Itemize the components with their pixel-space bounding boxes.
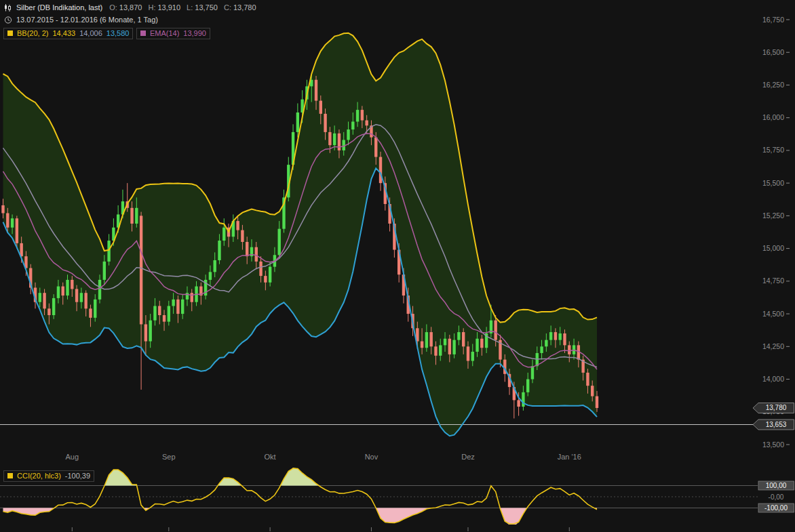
close-label: C: [224, 3, 231, 12]
chart-legend: Silber (DB Indikation, last) O:13,870 H:… [3, 2, 256, 41]
price-axis: 16,75016,50016,25016,00015,75015,50015,2… [762, 16, 790, 449]
cci-value: -100,39 [65, 472, 90, 480]
chart-window: 16,75016,50016,25016,00015,75015,50015,2… [0, 0, 795, 532]
svg-text:15,500: 15,500 [762, 179, 784, 187]
svg-text:100,00: 100,00 [766, 482, 787, 489]
svg-text:Okt: Okt [265, 453, 276, 461]
high-value: 13,910 [157, 3, 180, 12]
candlestick-icon [3, 3, 12, 12]
open-value: 13,870 [119, 3, 142, 12]
bb-upper-value: 14,433 [52, 29, 75, 37]
bb-name: BB(20, 2) [17, 29, 48, 37]
svg-text:16,250: 16,250 [762, 81, 784, 89]
svg-text:14,000: 14,000 [762, 375, 784, 383]
svg-text:-0,00: -0,00 [769, 493, 784, 501]
open-label: O: [109, 3, 117, 12]
bb-legend[interactable]: BB(20, 2) 14,433 14,006 13,580 [3, 28, 133, 39]
instrument-row: Silber (DB Indikation, last) O:13,870 H:… [3, 2, 256, 13]
low-value: 13,750 [195, 3, 218, 12]
svg-text:13,500: 13,500 [762, 441, 784, 449]
svg-text:13,653: 13,653 [766, 421, 787, 428]
svg-text:16,750: 16,750 [762, 16, 784, 24]
svg-text:16,000: 16,000 [762, 113, 784, 121]
bb-lower-value: 13,580 [106, 29, 130, 37]
instrument-title: Silber (DB Indikation, last) [16, 3, 102, 12]
cci-color-chip [7, 473, 13, 478]
ema-color-chip [140, 30, 146, 36]
ohlc-values: O:13,870 H:13,910 L:13,750 C:13,780 [109, 3, 256, 12]
svg-text:15,000: 15,000 [762, 244, 784, 252]
bb-middle-value: 14,006 [79, 29, 102, 37]
svg-text:15,750: 15,750 [762, 146, 784, 154]
svg-text:13,780: 13,780 [766, 404, 787, 411]
svg-text:Aug: Aug [66, 453, 79, 461]
svg-text:Jan '16: Jan '16 [558, 453, 581, 461]
price-marker-boxes: 13,78013,653 [753, 403, 794, 430]
date-range-row: 13.07.2015 - 12.01.2016 (6 Monate, 1 Tag… [3, 14, 256, 25]
high-label: H: [148, 3, 155, 12]
svg-text:15,250: 15,250 [762, 211, 784, 220]
svg-text:Dez: Dez [461, 453, 475, 461]
close-value: 13,780 [233, 3, 256, 12]
svg-text:Sep: Sep [162, 453, 176, 461]
bb-color-chip [7, 30, 13, 36]
price-chart-canvas[interactable]: 16,75016,50016,25016,00015,75015,50015,2… [0, 0, 795, 532]
ema-legend[interactable]: EMA(14) 13,990 [136, 28, 210, 39]
cci-panel: 100,00-0,00-100,00 [0, 468, 794, 527]
svg-text:14,750: 14,750 [762, 277, 784, 285]
svg-text:16,500: 16,500 [762, 48, 784, 56]
clock-icon [3, 16, 12, 24]
cci-name: CCI(20, hlc3) [17, 472, 61, 480]
svg-text:14,250: 14,250 [762, 342, 784, 350]
date-range-text: 13.07.2015 - 12.01.2016 (6 Monate, 1 Tag… [16, 16, 158, 24]
ema-value: 13,990 [183, 29, 206, 37]
low-label: L: [187, 3, 193, 12]
cci-legend-row[interactable]: CCI(20, hlc3) -100,39 [3, 470, 94, 482]
svg-text:-100,00: -100,00 [764, 504, 788, 512]
cci-panel-legend: CCI(20, hlc3) -100,39 [3, 469, 94, 483]
ema-name: EMA(14) [150, 29, 179, 37]
svg-text:14,500: 14,500 [762, 310, 784, 318]
svg-text:Nov: Nov [365, 453, 379, 461]
